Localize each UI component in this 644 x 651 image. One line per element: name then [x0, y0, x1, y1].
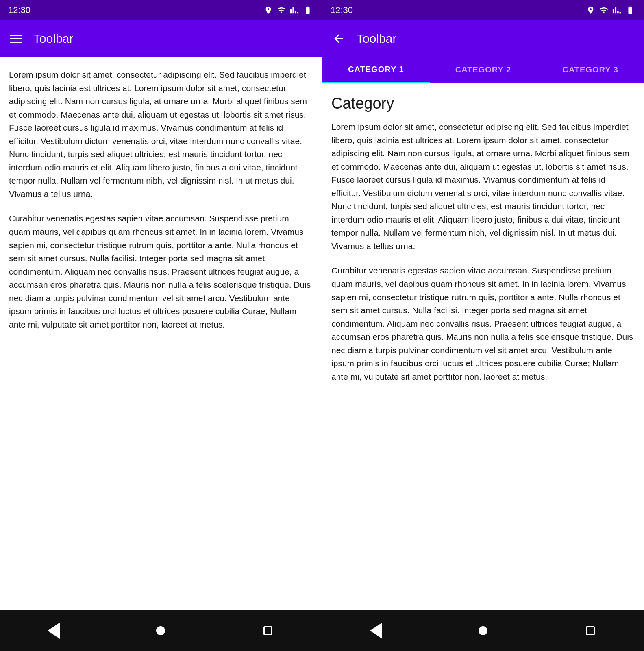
toolbar-1: Toolbar: [0, 20, 322, 57]
nav-recents-button-2[interactable]: [580, 620, 600, 641]
nav-recents-button-1[interactable]: [258, 620, 278, 641]
status-bar-2: 12:30: [322, 0, 644, 20]
paragraph-1-1: Lorem ipsum dolor sit amet, consectetur …: [9, 68, 313, 201]
nav-back-icon-2: [370, 623, 382, 639]
location-icon-2: [586, 6, 595, 15]
nav-home-button-2[interactable]: [473, 620, 493, 641]
content-area-1: Lorem ipsum dolor sit amet, consectetur …: [0, 57, 322, 610]
paragraph-2-2: Curabitur venenatis egestas sapien vitae…: [331, 264, 635, 383]
nav-home-icon-1: [156, 626, 165, 635]
status-bar-1: 12:30: [0, 0, 322, 20]
location-icon: [264, 6, 273, 15]
tab-category-2[interactable]: CATEGORY 2: [430, 57, 537, 83]
phone-2: 12:30 Toolbar CATEGORY 1 CATEGORY 2 CATE…: [322, 0, 644, 651]
status-icons-2: [586, 6, 636, 15]
nav-home-button-1[interactable]: [150, 620, 171, 641]
wifi-icon: [276, 6, 287, 15]
content-area-2: Category Lorem ipsum dolor sit amet, con…: [322, 83, 644, 610]
status-icons-1: [264, 6, 313, 15]
back-arrow-icon: [332, 32, 345, 45]
status-time-2: 12:30: [331, 5, 353, 15]
tab-bar: CATEGORY 1 CATEGORY 2 CATEGORY 3: [322, 57, 644, 83]
hamburger-icon[interactable]: [10, 35, 22, 43]
status-time-1: 12:30: [8, 5, 30, 15]
signal-icon-2: [612, 6, 621, 15]
nav-back-icon-1: [48, 623, 60, 639]
nav-bar-1: [0, 610, 322, 651]
signal-icon: [290, 6, 299, 15]
nav-back-button-2[interactable]: [366, 620, 386, 641]
nav-back-button-1[interactable]: [44, 620, 64, 641]
phone-1: 12:30 Toolbar Lorem ipsum dolor sit amet…: [0, 0, 322, 651]
battery-icon-2: [624, 6, 636, 15]
toolbar-2: Toolbar: [322, 20, 644, 57]
nav-recents-icon-2: [586, 626, 595, 635]
category-title: Category: [331, 95, 635, 112]
tab-category-1[interactable]: CATEGORY 1: [322, 57, 430, 83]
nav-home-icon-2: [479, 626, 487, 635]
toolbar-title-1: Toolbar: [33, 32, 73, 46]
back-button[interactable]: [332, 32, 345, 45]
paragraph-2-1: Lorem ipsum dolor sit amet, consectetur …: [331, 120, 635, 253]
wifi-icon-2: [598, 6, 609, 15]
nav-bar-2: [322, 610, 644, 651]
nav-recents-icon-1: [263, 626, 272, 635]
battery-icon: [302, 6, 313, 15]
toolbar-title-2: Toolbar: [357, 32, 396, 46]
paragraph-1-2: Curabitur venenatis egestas sapien vitae…: [9, 212, 313, 331]
tab-category-3[interactable]: CATEGORY 3: [537, 57, 644, 83]
